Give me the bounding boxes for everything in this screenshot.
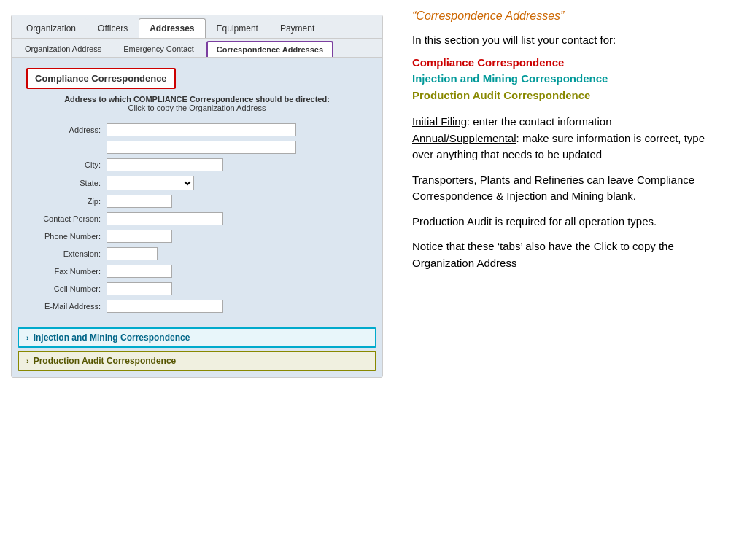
injection-mining-section[interactable]: › Injection and Mining Correspondence xyxy=(18,327,376,348)
contact-person-row: Contact Person: xyxy=(26,212,368,225)
notice-para: Notice that these ‘tabs’ also have the C… xyxy=(412,238,729,271)
phone-label: Phone Number: xyxy=(26,232,107,241)
production-audit-para: Production Audit is required for all ope… xyxy=(412,214,729,230)
production-audit-section[interactable]: › Production Audit Correspondence xyxy=(18,351,376,371)
tab-officers[interactable]: Officers xyxy=(87,18,139,38)
tab-payment[interactable]: Payment xyxy=(269,18,325,38)
state-label: State: xyxy=(26,179,107,187)
production-audit-text: Production Audit Correspondence xyxy=(412,88,729,104)
compliance-correspondence-text: Compliance Correspondence xyxy=(412,55,729,71)
address-input-1[interactable] xyxy=(107,123,296,136)
tab-organization[interactable]: Organization xyxy=(15,18,87,38)
extension-label: Extension: xyxy=(26,249,107,258)
initial-filing-para: Initial Filing: enter the contact inform… xyxy=(412,114,729,163)
address-row-1: Address: xyxy=(26,123,368,136)
address-input-2[interactable] xyxy=(107,141,296,154)
right-panel: “Correspondence Addresses” In this secti… xyxy=(394,0,747,560)
right-intro: In this section you will list your conta… xyxy=(412,32,729,49)
correspondence-list: Compliance Correspondence Injection and … xyxy=(412,55,729,104)
subtab-correspondence-addresses[interactable]: Correspondence Addresses xyxy=(206,41,333,57)
form-section-wrapper: Compliance Correspondence Address to whi… xyxy=(12,58,382,377)
fax-row: Fax Number: xyxy=(26,265,368,278)
initial-filing-text: : enter the contact information xyxy=(467,115,611,128)
cell-input[interactable] xyxy=(107,282,172,295)
extension-row: Extension: xyxy=(26,247,368,260)
cell-row: Cell Number: xyxy=(26,282,368,295)
left-panel: Organization Officers Addresses Equipmen… xyxy=(0,0,394,560)
initial-filing-label: Initial Filing xyxy=(412,115,467,128)
injection-mining-text: Injection and Mining Correspondence xyxy=(412,71,729,88)
production-audit-label: Production Audit Correspondence xyxy=(34,356,177,366)
email-row: E-Mail Address: xyxy=(26,300,368,313)
annual-label: Annual/Supplemental xyxy=(412,132,516,144)
top-tabs: Organization Officers Addresses Equipmen… xyxy=(12,15,382,39)
city-label: City: xyxy=(26,160,107,169)
subtab-emergency-contact[interactable]: Emergency Contact xyxy=(114,41,204,57)
address-label: Address: xyxy=(26,125,107,134)
transporters-para: Transporters, Plants and Refineries can … xyxy=(412,172,729,205)
zip-label: Zip: xyxy=(26,197,107,206)
zip-input[interactable] xyxy=(107,195,172,208)
fax-label: Fax Number: xyxy=(26,267,107,276)
cell-label: Cell Number: xyxy=(26,284,107,293)
tab-equipment[interactable]: Equipment xyxy=(206,18,269,38)
instruction-click: Click to copy the Organization Address xyxy=(12,104,382,112)
email-input[interactable] xyxy=(107,300,223,313)
state-select[interactable] xyxy=(107,176,194,190)
injection-mining-label: Injection and Mining Correspondence xyxy=(34,332,190,343)
city-input[interactable] xyxy=(107,158,223,171)
fax-input[interactable] xyxy=(107,265,172,278)
state-row: State: xyxy=(26,176,368,190)
subtab-org-address[interactable]: Organization Address xyxy=(15,41,111,57)
instruction-bold: Address to which COMPLIANCE Corresponden… xyxy=(12,95,382,104)
phone-row: Phone Number: xyxy=(26,230,368,243)
phone-input[interactable] xyxy=(107,230,172,243)
injection-arrow: › xyxy=(26,333,29,342)
production-arrow: › xyxy=(26,357,29,365)
compliance-correspondence-header: Compliance Correspondence xyxy=(26,68,176,89)
form-body: Address: City: State: xyxy=(12,119,382,324)
contact-person-label: Contact Person: xyxy=(26,214,107,223)
right-heading: “Correspondence Addresses” xyxy=(412,7,729,25)
zip-row: Zip: xyxy=(26,195,368,208)
contact-person-input[interactable] xyxy=(107,212,223,225)
instruction-text: Address to which COMPLIANCE Corresponden… xyxy=(12,92,382,114)
tab-addresses[interactable]: Addresses xyxy=(139,18,205,38)
city-row: City: xyxy=(26,158,368,171)
form-container: Organization Officers Addresses Equipmen… xyxy=(11,15,383,378)
sub-tabs: Organization Address Emergency Contact C… xyxy=(12,39,382,58)
extension-input[interactable] xyxy=(107,247,158,260)
email-label: E-Mail Address: xyxy=(26,302,107,311)
address-row-2 xyxy=(26,141,368,154)
